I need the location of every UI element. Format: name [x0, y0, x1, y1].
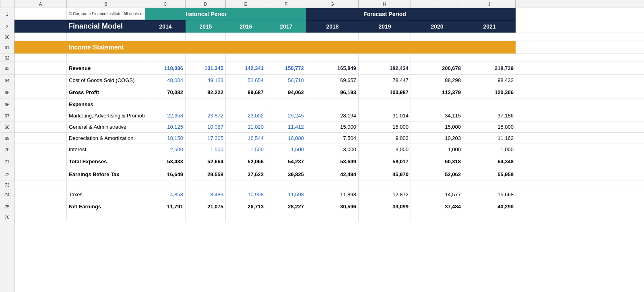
cell-67-i: 34,115	[411, 110, 463, 121]
cell-61-h	[359, 41, 411, 53]
cell-66-i	[411, 99, 463, 110]
cell-73-i	[411, 181, 463, 189]
cell-67-h: 31,014	[359, 110, 411, 121]
row-num-75: 75	[0, 200, 14, 213]
cell-61-f	[266, 41, 306, 53]
cell-76-f	[266, 213, 306, 221]
cell-60-e	[226, 33, 266, 41]
row-66: Expenses	[14, 99, 644, 110]
cell-66-d	[186, 99, 226, 110]
cell-62-a	[14, 54, 67, 62]
row-2: Financial Model 2014 2015 2016 2017 2018…	[14, 20, 644, 33]
cell-66-b-expenses: Expenses	[67, 99, 145, 110]
row-70: Interest 2,500 1,500 1,500 1,500 3,000 3…	[14, 144, 644, 155]
row-num-73: 73	[0, 181, 14, 189]
cell-74-e: 10,908	[226, 189, 266, 200]
col-header-f: F	[266, 0, 306, 8]
row-num-1: 1	[0, 8, 14, 20]
cell-73-a	[14, 181, 67, 189]
cell-64-f: 56,710	[266, 75, 306, 86]
col-header-e: E	[226, 0, 266, 8]
cell-61-d	[186, 41, 226, 53]
cell-65-h: 103,987	[359, 86, 411, 99]
row-72: Earnings Before Tax 16,649 29,558 37,622…	[14, 168, 644, 181]
cell-68-f: 11,412	[266, 121, 306, 132]
cell-75-i: 37,484	[411, 200, 463, 213]
row-num-61: 61	[0, 41, 14, 54]
col-header-g: G	[306, 0, 359, 8]
cell-65-j: 120,306	[463, 86, 516, 99]
cell-76-c	[145, 213, 186, 221]
cell-75-c: 11,791	[145, 200, 186, 213]
cell-73-c	[145, 181, 186, 189]
cell-74-d: 8,483	[186, 189, 226, 200]
row-num-68: 68	[0, 121, 14, 133]
cell-72-e: 37,622	[226, 168, 266, 181]
cell-71-d: 52,664	[186, 155, 226, 168]
cell-60-g	[306, 33, 359, 41]
cell-65-e: 89,687	[226, 86, 266, 99]
cell-68-d: 10,087	[186, 121, 226, 132]
cell-62-j	[463, 54, 516, 62]
row-num-67: 67	[0, 110, 14, 121]
row-75: Net Earnings 11,791 21,075 26,713 28,227…	[14, 200, 644, 213]
cell-64-h: 78,447	[359, 75, 411, 86]
cell-73-f	[266, 181, 306, 189]
cell-68-j: 15,000	[463, 121, 516, 132]
cell-70-i: 1,000	[411, 144, 463, 155]
cell-70-d: 1,500	[186, 144, 226, 155]
row-num-60: 60	[0, 33, 14, 41]
cell-65-f: 94,062	[266, 86, 306, 99]
row-num-74: 74	[0, 189, 14, 200]
cell-68-a	[14, 121, 67, 132]
cell-75-e: 26,713	[226, 200, 266, 213]
cell-62-c	[145, 54, 186, 62]
cell-73-j	[463, 181, 516, 189]
cell-63-b-revenue: Revenue	[67, 62, 145, 74]
cell-69-a	[14, 133, 67, 144]
cell-1-d-historical: Historical Period	[186, 8, 226, 20]
row-num-63: 63	[0, 62, 14, 75]
cell-1-h-forecast: Forecast Period	[359, 8, 411, 20]
cell-66-c	[145, 99, 186, 110]
cell-74-c: 4,858	[145, 189, 186, 200]
cell-71-e: 52,066	[226, 155, 266, 168]
cell-72-g: 42,494	[306, 168, 359, 181]
cell-71-g: 53,699	[306, 155, 359, 168]
cell-1-g	[306, 8, 359, 20]
cell-67-j: 37,186	[463, 110, 516, 121]
col-header-b: B	[67, 0, 145, 8]
cell-65-i: 112,379	[411, 86, 463, 99]
column-headers: A B C D E F G H I J	[0, 0, 644, 8]
cell-61-i	[411, 41, 463, 53]
spreadsheet: A B C D E F G H I J 1 2 60 61 62 63 64 6…	[0, 0, 644, 292]
col-header-j: J	[463, 0, 516, 8]
cell-71-c: 53,433	[145, 155, 186, 168]
cell-63-a	[14, 62, 67, 74]
row-num-62: 62	[0, 54, 14, 62]
cell-1-j	[463, 8, 516, 20]
cell-61-c	[145, 41, 186, 53]
cell-64-g: 69,657	[306, 75, 359, 86]
cell-70-e: 1,500	[226, 144, 266, 155]
cell-62-d	[186, 54, 226, 62]
row-num-64: 64	[0, 75, 14, 86]
cell-74-h: 12,872	[359, 189, 411, 200]
cell-72-h: 45,970	[359, 168, 411, 181]
cell-75-f: 28,227	[266, 200, 306, 213]
row-num-65: 65	[0, 86, 14, 99]
cell-75-a	[14, 200, 67, 213]
row-num-71: 71	[0, 155, 14, 168]
cell-2-g-year2018: 2018	[306, 20, 359, 33]
cell-62-g	[306, 54, 359, 62]
cell-72-j: 55,958	[463, 168, 516, 181]
cell-2-b: Financial Model	[67, 20, 145, 33]
cell-65-d: 82,222	[186, 86, 226, 99]
row-69: Depreciation & Amortization 18,150 17,20…	[14, 133, 644, 144]
cell-65-b-grossproft: Gross Profit	[67, 86, 145, 99]
cell-73-g	[306, 181, 359, 189]
grid: © Corporate Finance Institute. All right…	[14, 8, 644, 292]
cell-63-c: 118,086	[145, 62, 186, 74]
cell-2-e-year2016: 2016	[226, 20, 266, 33]
cell-76-e	[226, 213, 266, 221]
